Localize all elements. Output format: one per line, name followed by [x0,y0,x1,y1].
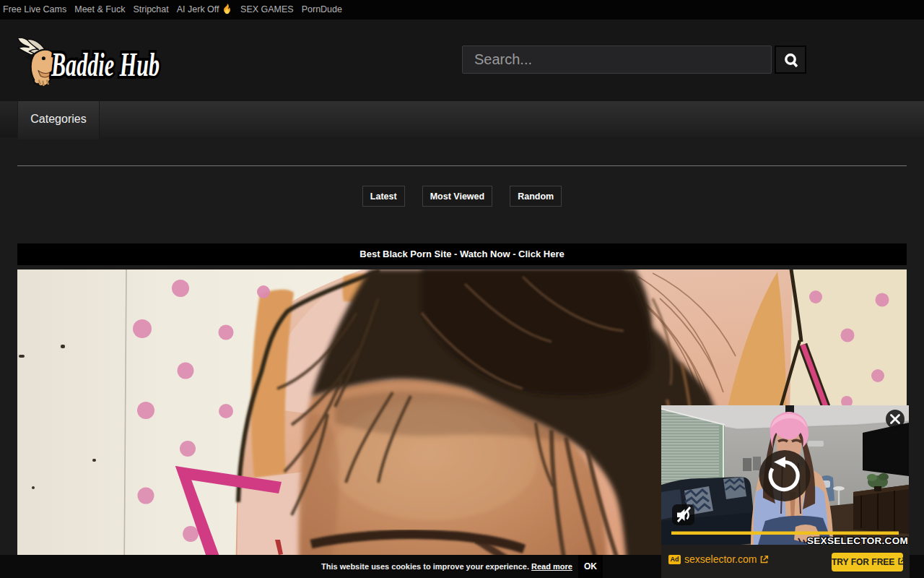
svg-text:Baddie Hub: Baddie Hub [51,46,160,83]
svg-text:SEXSELECTOR.COM: SEXSELECTOR.COM [807,535,908,545]
